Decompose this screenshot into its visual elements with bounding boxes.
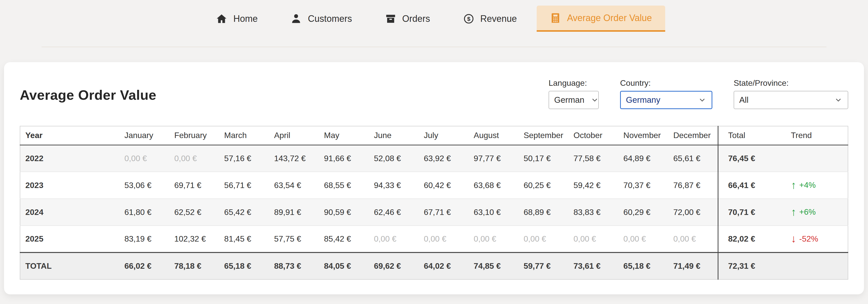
top-nav: HomeCustomersOrders$RevenueAverage Order…: [0, 6, 868, 32]
page-title: Average Order Value: [20, 87, 156, 103]
cell-month: 63,54 €: [269, 172, 319, 199]
cell-year: 2022: [20, 145, 119, 172]
state-province-select[interactable]: All: [734, 91, 848, 109]
cell-month: 69,62 €: [369, 252, 419, 279]
cell-month: 0,00 €: [618, 226, 668, 252]
cell-month: 0,00 €: [169, 145, 219, 172]
table-row: 202461,80 €62,52 €65,42 €89,91 €90,59 €6…: [20, 199, 848, 226]
cell-month: 73,61 €: [568, 252, 618, 279]
cell-month: 65,61 €: [668, 145, 718, 172]
cell-month: 65,18 €: [618, 252, 668, 279]
filter-language: Language: German: [549, 78, 599, 109]
aov-table: YearJanuaryFebruaryMarchAprilMayJuneJuly…: [20, 126, 848, 280]
state-province-label: State/Province:: [734, 78, 848, 88]
cell-month: 52,08 €: [369, 145, 419, 172]
cell-month: 77,58 €: [568, 145, 618, 172]
cell-month: 60,25 €: [519, 172, 568, 199]
cell-month: 78,18 €: [169, 252, 219, 279]
cell-month: 0,00 €: [668, 226, 718, 252]
dashboard-page: { "nav": { "items": [ { "label": "Home",…: [0, 0, 868, 304]
arrow-down-icon: ↓: [791, 233, 796, 244]
table-row: TOTAL66,02 €78,18 €65,18 €88,73 €84,05 €…: [20, 252, 848, 279]
filter-country: Country: Germany: [620, 78, 712, 109]
cell-trend: ↑+6%: [781, 199, 848, 226]
cell-month: 68,89 €: [519, 199, 568, 226]
topbar-divider: [41, 47, 827, 47]
cell-month: 0,00 €: [469, 226, 519, 252]
column-header-february: February: [169, 126, 219, 145]
tab-orders[interactable]: Orders: [372, 6, 443, 32]
column-header-march: March: [219, 126, 269, 145]
orders-icon: [385, 13, 396, 24]
cell-trend: ↓-52%: [781, 226, 848, 252]
cell-month: 68,55 €: [319, 172, 369, 199]
country-select[interactable]: Germany: [620, 91, 712, 109]
filter-state-province: State/Province: All: [734, 78, 848, 109]
cell-month: 88,73 €: [269, 252, 319, 279]
cell-month: 74,85 €: [469, 252, 519, 279]
table-row: 202353,06 €69,71 €56,71 €63,54 €68,55 €9…: [20, 172, 848, 199]
cell-month: 59,42 €: [568, 172, 618, 199]
cell-month: 90,59 €: [319, 199, 369, 226]
tab-customers[interactable]: Customers: [277, 6, 365, 32]
column-header-december: December: [668, 126, 718, 145]
cell-month: 63,10 €: [469, 199, 519, 226]
trend-label: +4%: [799, 181, 816, 190]
table-header: YearJanuaryFebruaryMarchAprilMayJuneJuly…: [20, 126, 848, 145]
cell-month: 0,00 €: [419, 226, 469, 252]
column-header-january: January: [119, 126, 169, 145]
column-header-may: May: [319, 126, 369, 145]
cell-total: 82,02 €: [718, 226, 781, 252]
language-select-value: German: [554, 95, 584, 105]
cell-month: 60,29 €: [618, 199, 668, 226]
column-header-april: April: [269, 126, 319, 145]
cell-trend: ↑+4%: [781, 172, 848, 199]
cell-total: 70,71 €: [718, 199, 781, 226]
cell-month: 66,02 €: [119, 252, 169, 279]
filters: Language: German Country: Germany State/…: [549, 78, 848, 109]
svg-text:$: $: [467, 16, 470, 22]
chevron-down-icon: [590, 96, 599, 104]
cell-month: 102,32 €: [169, 226, 219, 252]
cell-trend: [781, 145, 848, 172]
cell-month: 57,16 €: [219, 145, 269, 172]
card-header: Average Order Value Language: German Cou…: [20, 62, 848, 109]
cell-year: TOTAL: [20, 252, 119, 279]
tab-average-order-value[interactable]: Average Order Value: [537, 6, 665, 32]
cell-month: 65,18 €: [219, 252, 269, 279]
cell-total: 76,45 €: [718, 145, 781, 172]
cell-total: 72,31 €: [718, 252, 781, 279]
home-icon: [216, 13, 227, 24]
cell-month: 83,83 €: [568, 199, 618, 226]
table-header-row: YearJanuaryFebruaryMarchAprilMayJuneJuly…: [20, 126, 848, 145]
trend-label: +6%: [799, 207, 816, 217]
table-row: 202583,19 €102,32 €81,45 €57,75 €85,42 €…: [20, 226, 848, 252]
topbar: HomeCustomersOrders$RevenueAverage Order…: [0, 0, 868, 47]
cell-month: 91,66 €: [319, 145, 369, 172]
cell-month: 0,00 €: [369, 226, 419, 252]
cell-month: 72,00 €: [668, 199, 718, 226]
tab-label: Orders: [402, 13, 430, 24]
tab-revenue[interactable]: $Revenue: [450, 6, 530, 32]
tab-home[interactable]: Home: [203, 6, 271, 32]
cell-month: 69,71 €: [169, 172, 219, 199]
trend-indicator: ↓-52%: [791, 233, 818, 244]
column-header-trend: Trend: [781, 126, 848, 145]
cell-month: 59,77 €: [519, 252, 568, 279]
cell-month: 83,19 €: [119, 226, 169, 252]
cell-month: 85,42 €: [319, 226, 369, 252]
column-header-june: June: [369, 126, 419, 145]
tab-label: Customers: [308, 13, 352, 24]
cell-year: 2023: [20, 172, 119, 199]
cell-month: 84,05 €: [319, 252, 369, 279]
cell-month: 67,71 €: [419, 199, 469, 226]
cell-month: 81,45 €: [219, 226, 269, 252]
cell-month: 63,92 €: [419, 145, 469, 172]
language-select[interactable]: German: [549, 91, 599, 109]
chevron-down-icon: [698, 96, 707, 104]
cell-total: 66,41 €: [718, 172, 781, 199]
column-header-september: September: [519, 126, 568, 145]
cell-month: 60,42 €: [419, 172, 469, 199]
country-select-value: Germany: [626, 95, 660, 105]
trend-indicator: ↑+6%: [791, 207, 816, 218]
